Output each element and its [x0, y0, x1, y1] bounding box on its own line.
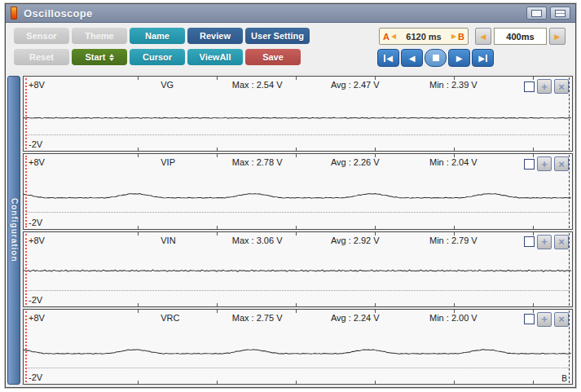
close-channel-button[interactable]: ×: [554, 156, 569, 171]
start-button-label: Start: [85, 52, 105, 62]
waveform: [24, 77, 572, 151]
time-ticks-bottom: [24, 303, 572, 306]
time-ticks-bottom: [24, 226, 572, 229]
channel-checkbox[interactable]: [524, 159, 535, 170]
toolbar: Sensor Theme Name Review User Setting Re…: [6, 23, 575, 73]
channel-max-stat: Max : 2.78 V: [232, 157, 283, 167]
zero-volt-gridline: [26, 134, 570, 135]
waveform: [24, 154, 572, 228]
v-top-label: +8V: [29, 157, 45, 167]
time-ticks-top: [24, 154, 572, 157]
channel-max-stat: Max : 3.06 V: [232, 236, 283, 245]
close-channel-button[interactable]: ×: [554, 79, 569, 94]
reset-button[interactable]: Reset: [14, 49, 69, 65]
start-button[interactable]: Start: [72, 49, 127, 65]
cursor-a-line[interactable]: [25, 78, 27, 149]
updown-spinner-icon: [109, 54, 114, 61]
zero-volt-gridline: [26, 368, 570, 368]
channel-name: VG: [161, 80, 174, 90]
restore-window-button[interactable]: [526, 7, 547, 20]
cursor-a-line[interactable]: [25, 234, 27, 305]
channel-max-stat: Max : 2.54 V: [232, 80, 283, 90]
expand-channel-button[interactable]: +: [537, 156, 552, 171]
cursor-a-line[interactable]: [25, 311, 27, 382]
cursor-b-line[interactable]: [569, 311, 570, 383]
channel-panel: +8V -2V VRC Max : 2.75 V Avg : 2.24 V Mi…: [23, 309, 573, 385]
review-button[interactable]: Review: [187, 28, 243, 44]
maximize-window-button[interactable]: [550, 7, 570, 20]
interval-value-box[interactable]: 400ms: [494, 28, 547, 45]
save-button[interactable]: Save: [245, 49, 301, 65]
ab-range-value: 6120 ms: [398, 32, 450, 42]
time-ticks-top: [24, 310, 572, 313]
waveform: [24, 232, 572, 306]
app-icon: [11, 7, 17, 20]
close-channel-button[interactable]: ×: [554, 312, 569, 327]
theme-button[interactable]: Theme: [72, 28, 127, 44]
channel-panel: +8V -2V VG Max : 2.54 V Avg : 2.47 V Min…: [23, 76, 573, 152]
maximize-window-icon: [555, 10, 566, 17]
time-ticks-bottom: [24, 148, 572, 151]
channel-name: VRC: [161, 313, 179, 323]
sensor-button[interactable]: Sensor: [14, 28, 69, 44]
cursor-b-label: B: [561, 374, 567, 383]
v-bottom-label: -2V: [29, 372, 42, 382]
interval-decrease-button[interactable]: ◀: [475, 28, 491, 45]
restore-window-icon: [531, 10, 542, 17]
time-ticks-top: [24, 77, 572, 80]
channel-avg-stat: Avg : 2.26 V: [331, 157, 380, 167]
time-ticks-bottom: [24, 381, 572, 384]
skip-start-bar-icon: [384, 55, 385, 62]
v-bottom-label: -2V: [29, 139, 42, 149]
channel-checkbox[interactable]: [524, 314, 535, 324]
titlebar[interactable]: Oscilloscope: [6, 4, 575, 23]
v-bottom-label: -2V: [29, 218, 42, 227]
cursor-b-line[interactable]: [569, 77, 570, 150]
expand-channel-button[interactable]: +: [537, 235, 552, 249]
close-channel-button[interactable]: ×: [554, 235, 569, 249]
skip-end-arrow-icon: ▶: [478, 54, 485, 63]
name-button[interactable]: Name: [130, 28, 185, 44]
cursor-b-line[interactable]: [569, 233, 570, 306]
step-forward-button[interactable]: ▶: [448, 49, 470, 67]
interval-increase-button[interactable]: ▶: [549, 28, 566, 45]
channel-panel: +8V -2V VIP Max : 2.78 V Avg : 2.26 V Mi…: [23, 153, 573, 229]
cursor-a-line[interactable]: [25, 156, 27, 227]
cursor-button[interactable]: Cursor: [130, 49, 185, 65]
channel-panel: +8V -2V VIN Max : 3.06 V Avg : 2.92 V Mi…: [23, 231, 573, 307]
v-top-label: +8V: [29, 80, 45, 90]
stop-icon: [433, 55, 439, 61]
channel-controls: + ×: [524, 235, 569, 249]
zero-volt-gridline: [26, 290, 570, 291]
ab-range-box[interactable]: A ◀ 6120 ms ▶ B: [379, 28, 469, 45]
viewall-button[interactable]: ViewAll: [187, 49, 243, 65]
user-setting-button[interactable]: User Setting: [245, 28, 310, 44]
channel-min-stat: Min : 2.00 V: [429, 313, 478, 323]
zero-volt-gridline: [26, 212, 570, 213]
channel-name: VIP: [161, 157, 175, 167]
interval-value: 400ms: [506, 32, 534, 42]
channel-max-stat: Max : 2.75 V: [232, 313, 283, 323]
expand-channel-button[interactable]: +: [537, 312, 552, 327]
b-right-arrow-icon: ▶: [451, 33, 456, 40]
channel-checkbox[interactable]: [524, 81, 535, 92]
stop-button[interactable]: [425, 49, 447, 67]
skip-to-start-button[interactable]: ◀: [377, 49, 399, 67]
skip-to-end-button[interactable]: ▶: [472, 49, 494, 67]
channel-avg-stat: Avg : 2.24 V: [331, 313, 380, 323]
time-ticks-top: [24, 232, 572, 236]
skip-start-arrow-icon: ◀: [386, 54, 393, 63]
channel-controls: + ×: [524, 156, 569, 171]
expand-channel-button[interactable]: +: [537, 79, 552, 94]
channel-stack: +8V -2V VG Max : 2.54 V Avg : 2.47 V Min…: [23, 76, 573, 385]
channel-min-stat: Min : 2.79 V: [429, 236, 478, 245]
v-top-label: +8V: [29, 236, 45, 245]
step-back-button[interactable]: ◀: [401, 49, 423, 67]
configuration-tab[interactable]: Configuration: [7, 76, 20, 385]
cursor-a-badge: A: [383, 32, 390, 42]
channel-checkbox[interactable]: [524, 236, 535, 247]
cursor-b-line[interactable]: [569, 155, 570, 227]
v-bottom-label: -2V: [29, 295, 42, 305]
a-left-arrow-icon: ◀: [391, 33, 396, 40]
cursor-b-badge: B: [458, 32, 464, 42]
